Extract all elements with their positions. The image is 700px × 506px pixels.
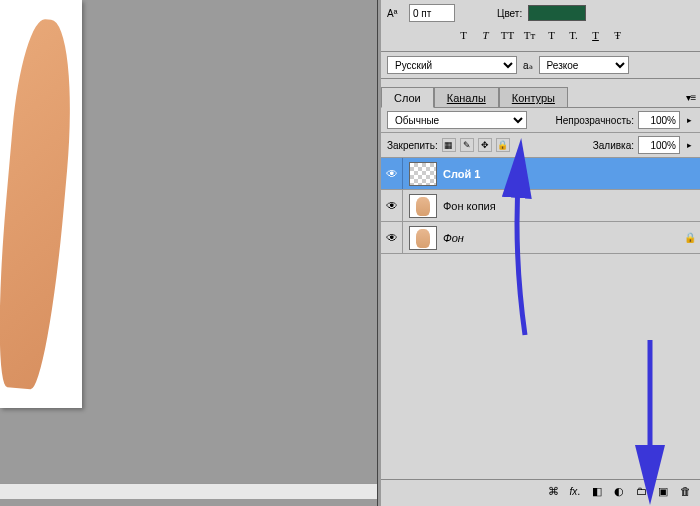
layer-mask-icon[interactable]: ◧ xyxy=(588,483,606,499)
baseline-shift-icon: Aª xyxy=(387,6,403,20)
lock-fill-row: Закрепить: ▦ ✎ ✥ 🔒 Заливка: ▸ xyxy=(381,133,700,158)
layer-thumbnail[interactable] xyxy=(409,194,437,218)
fx-icon[interactable]: fx. xyxy=(566,483,584,499)
layer-thumbnail[interactable] xyxy=(409,226,437,250)
tab-channels[interactable]: Каналы xyxy=(434,87,499,107)
visibility-toggle-icon[interactable]: 👁 xyxy=(381,190,403,221)
panels-area: Aª Цвет: T T TT Tт T T. T Ŧ Русский aₐ Р… xyxy=(380,0,700,506)
blend-opacity-row: Обычные Непрозрачность: ▸ xyxy=(381,108,700,133)
baseline-shift-input[interactable] xyxy=(409,4,455,22)
lock-all-icon[interactable]: 🔒 xyxy=(496,138,510,152)
language-select[interactable]: Русский xyxy=(387,56,517,74)
new-group-icon[interactable]: 🗀 xyxy=(632,483,650,499)
fill-input[interactable] xyxy=(638,136,680,154)
opacity-input[interactable] xyxy=(638,111,680,129)
blend-mode-select[interactable]: Обычные xyxy=(387,111,527,129)
layer-list: 👁 Слой 1 👁 Фон копия 👁 Фон 🔒 xyxy=(381,158,700,504)
new-layer-icon[interactable]: ▣ xyxy=(654,483,672,499)
type-allcaps-button[interactable]: TT xyxy=(500,29,516,43)
tab-layers[interactable]: Слои xyxy=(381,87,434,108)
opacity-label: Непрозрачность: xyxy=(555,115,634,126)
type-bold-button[interactable]: T xyxy=(456,29,472,43)
horizontal-scrollbar[interactable] xyxy=(0,483,380,499)
color-label: Цвет: xyxy=(497,8,522,19)
document-canvas[interactable] xyxy=(0,0,82,408)
type-style-buttons: T T TT Tт T T. T Ŧ xyxy=(387,26,694,47)
type-strike-button[interactable]: Ŧ xyxy=(610,29,626,43)
visibility-toggle-icon[interactable]: 👁 xyxy=(381,158,403,189)
panel-tabs: Слои Каналы Контуры ▾≡ xyxy=(381,87,700,108)
layer-row[interactable]: 👁 Фон 🔒 xyxy=(381,222,700,254)
type-superscript-button[interactable]: T xyxy=(544,29,560,43)
opacity-flyout-icon[interactable]: ▸ xyxy=(684,115,694,125)
lock-label: Закрепить: xyxy=(387,140,438,151)
antialias-icon: aₐ xyxy=(523,60,533,71)
type-italic-button[interactable]: T xyxy=(478,29,494,43)
lock-pixels-icon[interactable]: ▦ xyxy=(442,138,456,152)
fill-label: Заливка: xyxy=(593,140,634,151)
lock-paint-icon[interactable]: ✎ xyxy=(460,138,474,152)
type-underline-button[interactable]: T xyxy=(588,29,604,43)
layer-thumbnail[interactable] xyxy=(409,162,437,186)
adjustment-layer-icon[interactable]: ◐ xyxy=(610,483,628,499)
type-subscript-button[interactable]: T. xyxy=(566,29,582,43)
canvas-image xyxy=(0,17,80,391)
lock-icon: 🔒 xyxy=(680,232,700,243)
layer-row[interactable]: 👁 Слой 1 xyxy=(381,158,700,190)
link-layers-icon[interactable]: ⌘ xyxy=(544,483,562,499)
tab-paths[interactable]: Контуры xyxy=(499,87,568,107)
layers-footer: ⌘ fx. ◧ ◐ 🗀 ▣ 🗑 xyxy=(381,479,700,502)
panel-divider[interactable] xyxy=(377,0,381,506)
panel-menu-icon[interactable]: ▾≡ xyxy=(682,92,700,103)
workspace xyxy=(0,0,380,499)
character-panel: Aª Цвет: T T TT Tт T T. T Ŧ xyxy=(381,0,700,52)
language-row: Русский aₐ Резкое xyxy=(381,52,700,79)
layer-list-empty-area[interactable] xyxy=(381,254,700,504)
lock-position-icon[interactable]: ✥ xyxy=(478,138,492,152)
layer-name[interactable]: Фон копия xyxy=(443,200,496,212)
type-smallcaps-button[interactable]: Tт xyxy=(522,29,538,43)
visibility-toggle-icon[interactable]: 👁 xyxy=(381,222,403,253)
layer-name[interactable]: Слой 1 xyxy=(443,168,480,180)
fill-flyout-icon[interactable]: ▸ xyxy=(684,140,694,150)
trash-icon[interactable]: 🗑 xyxy=(676,483,694,499)
layer-name[interactable]: Фон xyxy=(443,232,464,244)
antialias-select[interactable]: Резкое xyxy=(539,56,629,74)
layer-row[interactable]: 👁 Фон копия xyxy=(381,190,700,222)
svg-text:Aª: Aª xyxy=(387,8,398,19)
text-color-swatch[interactable] xyxy=(528,5,586,21)
